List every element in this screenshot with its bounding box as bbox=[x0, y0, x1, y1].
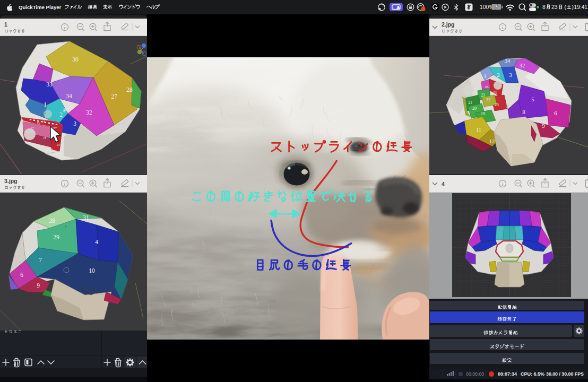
svg-text:1: 1 bbox=[4, 21, 7, 27]
svg-text:8: 8 bbox=[542, 4, 546, 10]
svg-text:34: 34 bbox=[66, 93, 72, 99]
svg-text:30: 30 bbox=[72, 56, 79, 63]
svg-text:5: 5 bbox=[531, 96, 534, 102]
svg-text:4: 4 bbox=[95, 239, 98, 245]
svg-text:12: 12 bbox=[489, 138, 495, 144]
svg-text:15: 15 bbox=[37, 121, 40, 125]
svg-text:19:41: 19:41 bbox=[574, 4, 588, 10]
svg-text:31: 31 bbox=[83, 214, 89, 221]
svg-text:9: 9 bbox=[542, 123, 545, 129]
svg-text:2.jpg: 2.jpg bbox=[442, 21, 455, 27]
svg-text:CPU: 6.5%: CPU: 6.5% bbox=[521, 371, 544, 377]
svg-text:19: 19 bbox=[481, 111, 485, 116]
svg-text:22: 22 bbox=[486, 98, 490, 102]
svg-text:11: 11 bbox=[476, 127, 481, 133]
svg-text:2: 2 bbox=[497, 72, 500, 78]
svg-text:): ) bbox=[572, 4, 574, 10]
svg-text:3: 3 bbox=[73, 120, 76, 127]
svg-text:27: 27 bbox=[111, 93, 117, 100]
svg-text:3.jpg: 3.jpg bbox=[4, 178, 18, 184]
svg-text:1: 1 bbox=[44, 101, 47, 108]
svg-text:21: 21 bbox=[468, 100, 472, 105]
svg-text:9: 9 bbox=[37, 282, 40, 289]
svg-text:30.00 / 30.00 FPS: 30.00 / 30.00 FPS bbox=[546, 371, 584, 377]
svg-text:3: 3 bbox=[509, 72, 512, 78]
svg-text:25: 25 bbox=[495, 102, 499, 107]
svg-text:34: 34 bbox=[505, 58, 511, 64]
svg-text:32: 32 bbox=[86, 109, 92, 116]
svg-text:6: 6 bbox=[554, 110, 557, 116]
svg-text:2: 2 bbox=[59, 111, 63, 118]
svg-text:(: ( bbox=[565, 4, 567, 10]
svg-text:28: 28 bbox=[126, 86, 133, 93]
svg-text:20: 20 bbox=[472, 106, 477, 111]
svg-text:26: 26 bbox=[485, 85, 489, 89]
svg-text:33: 33 bbox=[46, 81, 53, 88]
svg-text:8: 8 bbox=[522, 109, 525, 115]
svg-text:23: 23 bbox=[551, 4, 558, 10]
svg-text:7: 7 bbox=[39, 257, 42, 263]
svg-text:18: 18 bbox=[43, 136, 46, 140]
svg-text:10: 10 bbox=[89, 267, 95, 274]
svg-text:32: 32 bbox=[520, 63, 525, 68]
svg-text:29: 29 bbox=[53, 234, 59, 240]
svg-text:24: 24 bbox=[492, 90, 497, 95]
svg-text:26: 26 bbox=[49, 147, 53, 151]
svg-text:14: 14 bbox=[42, 120, 45, 123]
svg-text:QuickTime Player: QuickTime Player bbox=[19, 4, 62, 10]
svg-text:24: 24 bbox=[57, 143, 60, 146]
svg-text:1: 1 bbox=[484, 73, 487, 79]
svg-text:28: 28 bbox=[49, 218, 55, 224]
svg-text:4: 4 bbox=[442, 181, 445, 187]
svg-text:00:07:34: 00:07:34 bbox=[498, 371, 517, 377]
svg-text:6: 6 bbox=[20, 272, 23, 278]
svg-text:00:00:00: 00:00:00 bbox=[466, 371, 484, 377]
svg-text:23: 23 bbox=[481, 93, 485, 98]
